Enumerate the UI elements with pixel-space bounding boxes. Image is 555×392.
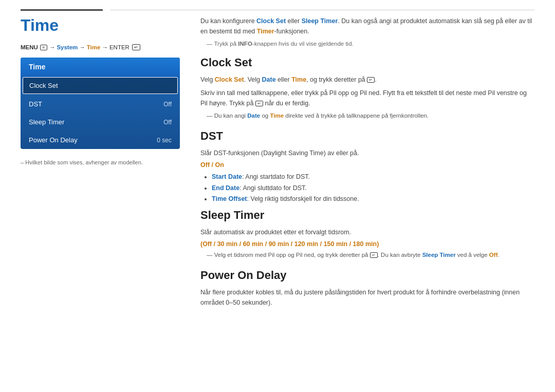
left-panel: Time MENU ≡ → System → Time → ENTER ↵ Ti… [21,16,195,308]
dst-bullet-list: Start Date: Angi startdato for DST. End … [200,172,534,204]
enter-icon-inline2: ↵ [255,101,263,106]
top-bar-left-line [21,9,103,11]
menu-item-sleep-timer-value: Off [163,119,172,126]
arrow3: → [102,44,108,50]
end-date-label: End Date [212,184,239,192]
dst-bullet-end-date: End Date: Angi sluttdato for DST. [212,183,534,194]
time-offset-label: Time Offset [212,195,247,202]
sleep-timer-para1: Slår automatisk av produktet etter et fo… [200,227,534,237]
menu-box-header: Time [21,58,180,76]
arrow2: → [79,44,85,50]
menu-item-clock-set[interactable]: Clock Set [23,77,178,94]
clock-set-link1: Clock Set [215,76,244,83]
menu-item-sleep-timer[interactable]: Sleep Timer Off [21,113,180,131]
menu-item-dst-value: Off [163,101,172,108]
dst-highlight: Off / On [200,161,534,169]
enter-icon: ↵ [132,44,140,50]
menu-item-power-on-delay[interactable]: Power On Delay 0 sec [21,131,180,149]
top-bar-right-line [110,10,534,10]
menu-item-sleep-timer-label: Sleep Timer [29,118,64,126]
system-label: System [57,44,78,50]
top-bar [0,0,555,11]
intro-note: Trykk på INFO-knappen hvis du vil vise g… [200,41,534,47]
footnote: Hvilket bilde som vises, avhenger av mod… [21,159,180,165]
menu-icon: ≡ [40,45,47,50]
right-panel: Du kan konfigurere Clock Set eller Sleep… [195,16,534,308]
clock-set-para1: Velg Clock Set. Velg Date eller Time, og… [200,74,534,85]
intro-sleep-timer-link: Sleep Timer [302,17,338,25]
time-link1: Time [291,76,306,83]
off-link: Off [489,252,498,258]
menu-item-power-on-delay-value: 0 sec [157,137,172,144]
clock-set-para2: Skriv inn tall med tallknappene, eller t… [200,88,534,108]
clock-set-note: Du kan angi Date og Time direkte ved å t… [200,111,534,120]
main-content: Time MENU ≡ → System → Time → ENTER ↵ Ti… [0,16,555,308]
enter-icon-inline1: ↵ [367,77,375,83]
page-title: Time [21,16,180,35]
menu-item-clock-set-label: Clock Set [29,82,58,89]
power-on-delay-section-title: Power On Delay [200,269,534,282]
time-link2: Time [270,113,284,119]
menu-item-power-on-delay-label: Power On Delay [29,136,78,144]
intro-paragraph: Du kan konfigurere Clock Set eller Sleep… [200,16,534,36]
intro-timer-link: Timer [257,28,274,35]
menu-path: MENU ≡ → System → Time → ENTER ↵ [21,44,180,50]
dst-bullet-time-offset: Time Offset: Velg riktig tidsforskjell f… [212,194,534,204]
date-link2: Date [247,113,260,119]
menu-box: Time Clock Set DST Off Sleep Timer Off P… [21,58,180,149]
menu-prefix: MENU [21,44,38,50]
sleep-timer-section-title: Sleep Timer [200,209,534,222]
clock-set-section-title: Clock Set [200,56,534,69]
power-on-delay-para1: Når flere produkter kobles til, må du ju… [200,287,534,308]
arrow1: → [49,44,55,50]
enter-label: ENTER [109,44,130,50]
sleep-timer-options: (Off / 30 min / 60 min / 90 min / 120 mi… [200,240,534,248]
intro-clock-set-link: Clock Set [256,17,286,25]
start-date-label: Start Date [212,173,242,180]
dst-para1: Slår DST-funksjonen (Daylight Saving Tim… [200,148,534,158]
sleep-timer-link: Sleep Timer [422,252,456,258]
time-label: Time [87,44,101,50]
dst-section-title: DST [200,129,534,143]
dst-bullet-start-date: Start Date: Angi startdato for DST. [212,172,534,182]
menu-item-dst[interactable]: DST Off [21,95,180,113]
sleep-timer-note: Velg et tidsrom med Pil opp og Pil ned, … [200,251,534,259]
enter-icon-inline3: ↵ [370,252,378,258]
date-link1: Date [262,76,276,83]
menu-item-dst-label: DST [29,100,42,108]
